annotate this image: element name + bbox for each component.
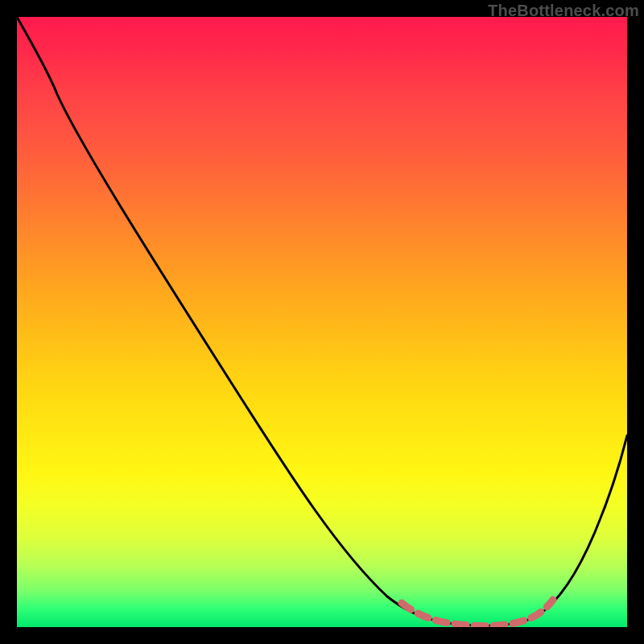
curve-svg — [17, 17, 627, 627]
optimal-range-path — [402, 600, 553, 625]
chart-frame: TheBottleneck.com — [0, 0, 644, 644]
plot-area — [17, 17, 627, 627]
bottleneck-curve-path — [17, 17, 627, 625]
